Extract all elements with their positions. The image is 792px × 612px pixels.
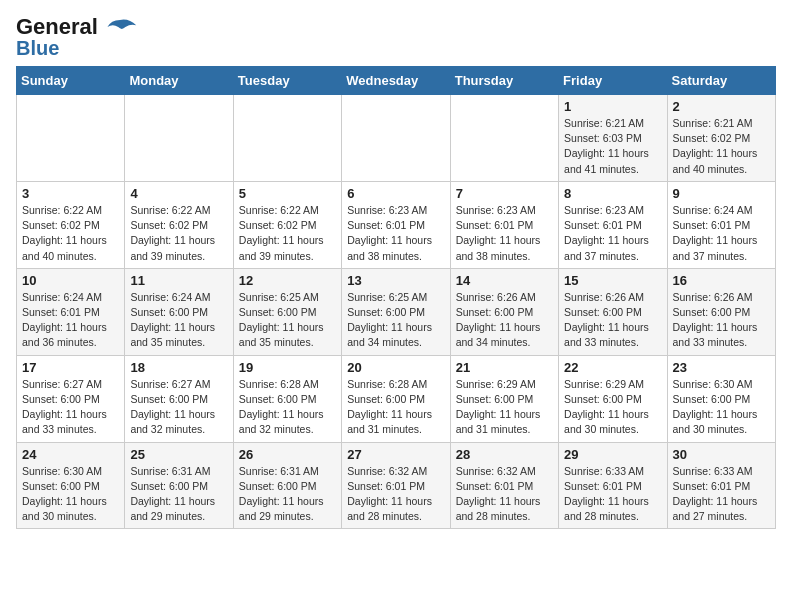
- day-info: Sunrise: 6:27 AM Sunset: 6:00 PM Dayligh…: [130, 377, 227, 438]
- day-number: 17: [22, 360, 119, 375]
- calendar-cell: 20Sunrise: 6:28 AM Sunset: 6:00 PM Dayli…: [342, 355, 450, 442]
- calendar-cell: 8Sunrise: 6:23 AM Sunset: 6:01 PM Daylig…: [559, 181, 667, 268]
- day-info: Sunrise: 6:24 AM Sunset: 6:00 PM Dayligh…: [130, 290, 227, 351]
- day-number: 6: [347, 186, 444, 201]
- weekday-header-wednesday: Wednesday: [342, 67, 450, 95]
- day-number: 7: [456, 186, 553, 201]
- calendar-cell: 25Sunrise: 6:31 AM Sunset: 6:00 PM Dayli…: [125, 442, 233, 529]
- day-info: Sunrise: 6:31 AM Sunset: 6:00 PM Dayligh…: [130, 464, 227, 525]
- weekday-header-sunday: Sunday: [17, 67, 125, 95]
- day-number: 22: [564, 360, 661, 375]
- calendar-week-row: 10Sunrise: 6:24 AM Sunset: 6:01 PM Dayli…: [17, 268, 776, 355]
- day-info: Sunrise: 6:25 AM Sunset: 6:00 PM Dayligh…: [239, 290, 336, 351]
- day-number: 5: [239, 186, 336, 201]
- day-number: 8: [564, 186, 661, 201]
- day-number: 11: [130, 273, 227, 288]
- calendar-cell: 3Sunrise: 6:22 AM Sunset: 6:02 PM Daylig…: [17, 181, 125, 268]
- calendar-cell: 9Sunrise: 6:24 AM Sunset: 6:01 PM Daylig…: [667, 181, 775, 268]
- day-number: 2: [673, 99, 770, 114]
- day-info: Sunrise: 6:31 AM Sunset: 6:00 PM Dayligh…: [239, 464, 336, 525]
- day-number: 1: [564, 99, 661, 114]
- calendar-cell: 13Sunrise: 6:25 AM Sunset: 6:00 PM Dayli…: [342, 268, 450, 355]
- calendar-cell: 1Sunrise: 6:21 AM Sunset: 6:03 PM Daylig…: [559, 95, 667, 182]
- calendar-cell: 19Sunrise: 6:28 AM Sunset: 6:00 PM Dayli…: [233, 355, 341, 442]
- calendar-cell: 28Sunrise: 6:32 AM Sunset: 6:01 PM Dayli…: [450, 442, 558, 529]
- day-info: Sunrise: 6:30 AM Sunset: 6:00 PM Dayligh…: [673, 377, 770, 438]
- day-number: 12: [239, 273, 336, 288]
- calendar-cell: 10Sunrise: 6:24 AM Sunset: 6:01 PM Dayli…: [17, 268, 125, 355]
- day-info: Sunrise: 6:26 AM Sunset: 6:00 PM Dayligh…: [673, 290, 770, 351]
- calendar-cell: 14Sunrise: 6:26 AM Sunset: 6:00 PM Dayli…: [450, 268, 558, 355]
- calendar-cell: 26Sunrise: 6:31 AM Sunset: 6:00 PM Dayli…: [233, 442, 341, 529]
- weekday-header-monday: Monday: [125, 67, 233, 95]
- day-info: Sunrise: 6:23 AM Sunset: 6:01 PM Dayligh…: [456, 203, 553, 264]
- calendar-cell: 2Sunrise: 6:21 AM Sunset: 6:02 PM Daylig…: [667, 95, 775, 182]
- calendar-cell: 27Sunrise: 6:32 AM Sunset: 6:01 PM Dayli…: [342, 442, 450, 529]
- day-number: 9: [673, 186, 770, 201]
- calendar-cell: 24Sunrise: 6:30 AM Sunset: 6:00 PM Dayli…: [17, 442, 125, 529]
- weekday-header-friday: Friday: [559, 67, 667, 95]
- calendar-cell: 12Sunrise: 6:25 AM Sunset: 6:00 PM Dayli…: [233, 268, 341, 355]
- logo: General Blue: [16, 16, 138, 58]
- day-number: 19: [239, 360, 336, 375]
- calendar-cell: 4Sunrise: 6:22 AM Sunset: 6:02 PM Daylig…: [125, 181, 233, 268]
- calendar-cell: [233, 95, 341, 182]
- day-number: 23: [673, 360, 770, 375]
- day-number: 26: [239, 447, 336, 462]
- day-number: 3: [22, 186, 119, 201]
- day-number: 13: [347, 273, 444, 288]
- calendar-header-row: SundayMondayTuesdayWednesdayThursdayFrid…: [17, 67, 776, 95]
- day-info: Sunrise: 6:30 AM Sunset: 6:00 PM Dayligh…: [22, 464, 119, 525]
- calendar-week-row: 24Sunrise: 6:30 AM Sunset: 6:00 PM Dayli…: [17, 442, 776, 529]
- weekday-header-thursday: Thursday: [450, 67, 558, 95]
- calendar-cell: 22Sunrise: 6:29 AM Sunset: 6:00 PM Dayli…: [559, 355, 667, 442]
- calendar-cell: 5Sunrise: 6:22 AM Sunset: 6:02 PM Daylig…: [233, 181, 341, 268]
- calendar-cell: 29Sunrise: 6:33 AM Sunset: 6:01 PM Dayli…: [559, 442, 667, 529]
- day-info: Sunrise: 6:32 AM Sunset: 6:01 PM Dayligh…: [347, 464, 444, 525]
- logo-general: General: [16, 14, 98, 39]
- day-info: Sunrise: 6:21 AM Sunset: 6:02 PM Dayligh…: [673, 116, 770, 177]
- day-info: Sunrise: 6:26 AM Sunset: 6:00 PM Dayligh…: [456, 290, 553, 351]
- calendar-cell: [17, 95, 125, 182]
- weekday-header-tuesday: Tuesday: [233, 67, 341, 95]
- calendar-cell: 16Sunrise: 6:26 AM Sunset: 6:00 PM Dayli…: [667, 268, 775, 355]
- calendar-cell: 18Sunrise: 6:27 AM Sunset: 6:00 PM Dayli…: [125, 355, 233, 442]
- day-info: Sunrise: 6:28 AM Sunset: 6:00 PM Dayligh…: [347, 377, 444, 438]
- day-info: Sunrise: 6:27 AM Sunset: 6:00 PM Dayligh…: [22, 377, 119, 438]
- day-info: Sunrise: 6:22 AM Sunset: 6:02 PM Dayligh…: [22, 203, 119, 264]
- logo-text: General: [16, 16, 98, 38]
- calendar-cell: 15Sunrise: 6:26 AM Sunset: 6:00 PM Dayli…: [559, 268, 667, 355]
- day-number: 28: [456, 447, 553, 462]
- calendar-cell: 23Sunrise: 6:30 AM Sunset: 6:00 PM Dayli…: [667, 355, 775, 442]
- day-info: Sunrise: 6:24 AM Sunset: 6:01 PM Dayligh…: [22, 290, 119, 351]
- day-info: Sunrise: 6:29 AM Sunset: 6:00 PM Dayligh…: [456, 377, 553, 438]
- day-info: Sunrise: 6:23 AM Sunset: 6:01 PM Dayligh…: [564, 203, 661, 264]
- day-number: 4: [130, 186, 227, 201]
- logo-bird-icon: [102, 18, 138, 38]
- day-number: 18: [130, 360, 227, 375]
- calendar-week-row: 3Sunrise: 6:22 AM Sunset: 6:02 PM Daylig…: [17, 181, 776, 268]
- day-info: Sunrise: 6:21 AM Sunset: 6:03 PM Dayligh…: [564, 116, 661, 177]
- calendar-cell: [450, 95, 558, 182]
- day-info: Sunrise: 6:24 AM Sunset: 6:01 PM Dayligh…: [673, 203, 770, 264]
- calendar-cell: 6Sunrise: 6:23 AM Sunset: 6:01 PM Daylig…: [342, 181, 450, 268]
- day-number: 24: [22, 447, 119, 462]
- calendar-week-row: 17Sunrise: 6:27 AM Sunset: 6:00 PM Dayli…: [17, 355, 776, 442]
- day-number: 29: [564, 447, 661, 462]
- logo-blue: Blue: [16, 38, 59, 58]
- day-info: Sunrise: 6:29 AM Sunset: 6:00 PM Dayligh…: [564, 377, 661, 438]
- day-number: 21: [456, 360, 553, 375]
- day-info: Sunrise: 6:22 AM Sunset: 6:02 PM Dayligh…: [239, 203, 336, 264]
- day-number: 25: [130, 447, 227, 462]
- calendar-cell: [125, 95, 233, 182]
- day-number: 27: [347, 447, 444, 462]
- day-info: Sunrise: 6:33 AM Sunset: 6:01 PM Dayligh…: [673, 464, 770, 525]
- calendar-cell: 11Sunrise: 6:24 AM Sunset: 6:00 PM Dayli…: [125, 268, 233, 355]
- day-info: Sunrise: 6:25 AM Sunset: 6:00 PM Dayligh…: [347, 290, 444, 351]
- calendar-cell: 17Sunrise: 6:27 AM Sunset: 6:00 PM Dayli…: [17, 355, 125, 442]
- calendar-cell: [342, 95, 450, 182]
- calendar-week-row: 1Sunrise: 6:21 AM Sunset: 6:03 PM Daylig…: [17, 95, 776, 182]
- day-number: 14: [456, 273, 553, 288]
- weekday-header-saturday: Saturday: [667, 67, 775, 95]
- day-info: Sunrise: 6:22 AM Sunset: 6:02 PM Dayligh…: [130, 203, 227, 264]
